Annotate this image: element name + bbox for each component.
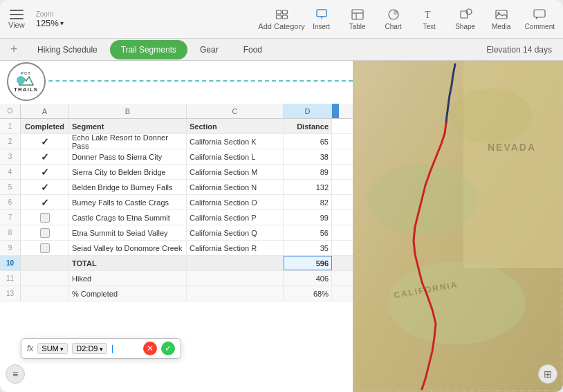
map-area: NEVADA CALIFORNIA ⊞ <box>353 61 563 392</box>
tab-gear[interactable]: Gear <box>187 40 231 59</box>
header-completed: Completed <box>21 119 69 133</box>
view-label: View <box>8 21 25 29</box>
insert-icon <box>315 8 329 21</box>
table-row[interactable]: 8 Etna Summit to Seiad Valley California… <box>0 225 353 241</box>
chart-label: Chart <box>385 23 401 30</box>
hiked-row: 11 Hiked 406 <box>0 271 353 286</box>
svg-rect-1 <box>282 10 287 14</box>
add-category-label: Add Category <box>258 22 304 30</box>
nevada-label: NEVADA <box>488 142 536 153</box>
tab-food[interactable]: Food <box>231 40 275 59</box>
logo-area: PCT TRAILS <box>0 61 52 102</box>
toolbar: View Zoom 125% ▾ Add Category Insert Tab… <box>0 0 563 39</box>
svg-point-13 <box>466 9 472 15</box>
comment-button[interactable]: Comment <box>525 8 555 30</box>
header-distance: Distance <box>284 119 332 133</box>
formula-function-select[interactable]: SUM <box>37 343 68 354</box>
tab-trail-segments[interactable]: Trail Segments <box>110 40 187 59</box>
corner-cell: O <box>0 104 21 118</box>
svg-rect-4 <box>317 10 326 17</box>
main-content: PCT TRAILS O A B C D <box>0 61 563 392</box>
dashed-line <box>21 80 353 82</box>
formula-input[interactable] <box>111 344 139 353</box>
tab-hiking-schedule[interactable]: Hiking Schedule <box>25 40 110 59</box>
media-label: Media <box>492 23 510 30</box>
svg-rect-16 <box>534 10 545 17</box>
insert-button[interactable]: Insert <box>309 8 334 30</box>
table-row[interactable]: 2 ✓ Echo Lake Resort to Donner Pass Cali… <box>0 134 353 149</box>
formula-range-select[interactable]: D2:D9 <box>72 343 107 354</box>
tab-bar: + Hiking Schedule Trail Segments Gear Fo… <box>0 39 563 61</box>
zoom-control[interactable]: Zoom 125% ▾ <box>36 10 64 28</box>
svg-point-19 <box>450 88 533 144</box>
table-row[interactable]: 4 ✓ Sierra City to Belden Bridge Califor… <box>0 165 353 180</box>
formula-cancel-button[interactable]: ✕ <box>143 342 157 355</box>
comment-icon <box>533 8 546 21</box>
add-category-button[interactable]: Add Category <box>258 8 304 30</box>
add-tab-button[interactable]: + <box>6 41 22 58</box>
spreadsheet: PCT TRAILS O A B C D <box>0 61 353 392</box>
map-svg: NEVADA CALIFORNIA <box>353 61 563 392</box>
svg-rect-0 <box>276 10 281 14</box>
col-header-c[interactable]: C <box>187 104 284 118</box>
zoom-value[interactable]: 125% ▾ <box>36 18 64 28</box>
tab-elevation[interactable]: Elevation 14 days <box>481 42 557 57</box>
insert-label: Insert <box>313 23 330 30</box>
col-resize-handle[interactable] <box>332 104 339 118</box>
table-icon <box>351 8 364 21</box>
table-row[interactable]: 6 ✓ Burney Falls to Castle Crags Califor… <box>0 195 353 210</box>
media-icon <box>495 8 508 21</box>
header-segment: Segment <box>69 119 187 133</box>
zoom-label: Zoom <box>36 10 54 18</box>
chart-icon <box>387 8 400 21</box>
comment-label: Comment <box>525 23 555 30</box>
shape-icon <box>459 8 472 21</box>
table-row[interactable]: 9 Seiad Valley to Donomore Creek Califor… <box>0 241 353 256</box>
text-label: Text <box>423 23 435 30</box>
text-icon: T <box>423 8 436 21</box>
formula-confirm-button[interactable]: ✓ <box>161 342 175 355</box>
svg-rect-14 <box>496 10 507 19</box>
column-headers: O A B C D <box>0 104 353 119</box>
table-label: Table <box>349 23 366 30</box>
shape-button[interactable]: Shape <box>453 8 478 30</box>
table-row[interactable]: 5 ✓ Belden Bridge to Burney Falls Califo… <box>0 180 353 195</box>
trails-logo: PCT TRAILS <box>7 62 46 101</box>
dashed-circle <box>17 76 25 84</box>
table-button[interactable]: Table <box>345 8 370 30</box>
media-button[interactable]: Media <box>489 8 514 30</box>
col-header-a[interactable]: A <box>21 104 69 118</box>
col-header-b[interactable]: B <box>69 104 187 118</box>
col-header-d[interactable]: D <box>284 104 332 118</box>
svg-rect-2 <box>276 15 281 19</box>
svg-rect-7 <box>352 10 363 19</box>
bottom-right-control[interactable]: ⊞ <box>538 364 557 384</box>
add-category-icon <box>275 8 288 21</box>
shape-label: Shape <box>455 23 475 30</box>
svg-text:T: T <box>425 10 431 20</box>
text-button[interactable]: T Text <box>417 8 442 30</box>
svg-point-21 <box>387 261 526 344</box>
pct-row: 13 % Completed 68% <box>0 286 353 301</box>
formula-bar: fx SUM D2:D9 ✕ ✓ <box>21 338 181 359</box>
total-row: 10 TOTAL 596 <box>0 256 353 271</box>
svg-rect-3 <box>282 15 287 19</box>
row-num-1: 1 <box>0 119 21 133</box>
formula-fx: fx <box>27 344 33 353</box>
view-button[interactable]: View <box>8 10 25 29</box>
chart-button[interactable]: Chart <box>381 8 406 30</box>
table-header-row: 1 Completed Segment Section Distance <box>0 119 353 134</box>
table-row[interactable]: 7 Castle Crags to Etna Summit California… <box>0 210 353 225</box>
header-section: Section <box>187 119 284 133</box>
view-icon <box>10 10 24 19</box>
bottom-left-control[interactable]: ≡ <box>6 364 25 384</box>
table-row[interactable]: 3 ✓ Donner Pass to Sierra City Californi… <box>0 149 353 165</box>
